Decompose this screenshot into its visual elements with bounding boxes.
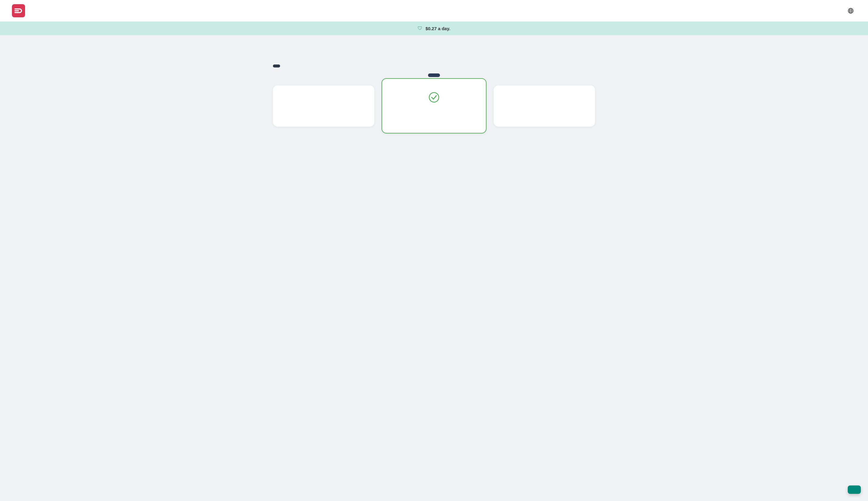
shield-icon: 🛡: [418, 26, 422, 31]
plan-check-icon: [392, 92, 476, 105]
banner-message: $0.27 a day.: [425, 26, 450, 31]
promo-banner: 🛡 $0.27 a day.: [0, 21, 868, 35]
language-selector[interactable]: [848, 8, 856, 14]
plan-6months-price: [504, 105, 585, 108]
step-badge: [273, 64, 280, 67]
logo[interactable]: [12, 4, 28, 17]
plan-1month[interactable]: [273, 85, 374, 127]
most-popular-badge: [428, 73, 440, 77]
banner-content: 🛡 $0.27 a day.: [418, 26, 450, 31]
chat-button[interactable]: [848, 486, 861, 494]
step-1-header: [273, 64, 595, 67]
plans-container: [273, 78, 595, 134]
plan-12months[interactable]: [382, 78, 486, 134]
globe-icon: [848, 8, 854, 14]
plan-6months[interactable]: [494, 85, 595, 127]
plan-1month-price: [283, 105, 364, 108]
expressvpn-logo-icon: [12, 4, 25, 17]
site-header: [0, 0, 868, 21]
plan-12months-price: [392, 112, 476, 115]
main-content: [255, 35, 613, 172]
svg-point-6: [429, 93, 439, 102]
